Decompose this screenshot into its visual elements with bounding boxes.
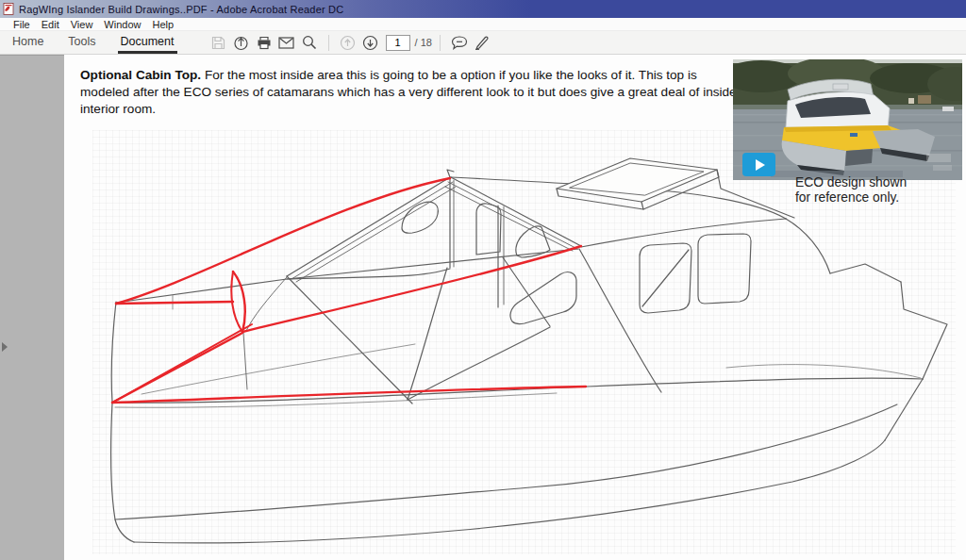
draw-button[interactable] — [471, 33, 493, 53]
toolbar-divider — [440, 35, 441, 51]
photo-caption-line2: for reference only. — [795, 190, 907, 206]
page-paragraph: Optional Cabin Top. For the most inside … — [80, 67, 739, 118]
menubar: File Edit View Window Help — [0, 18, 966, 31]
page-number-input[interactable] — [386, 35, 410, 51]
save-button[interactable] — [208, 33, 230, 53]
pdf-app-icon — [3, 3, 14, 15]
tab-tools[interactable]: Tools — [65, 31, 98, 54]
email-button[interactable] — [275, 33, 298, 53]
acrobat-reader-window: RagWIng Islander Build Drawings..PDF - A… — [0, 0, 966, 560]
page-down-icon — [362, 35, 378, 51]
eco-video-thumbnail — [733, 59, 962, 180]
email-icon — [278, 37, 294, 49]
expand-pane-arrow-icon[interactable] — [2, 342, 8, 352]
titlebar: RagWIng Islander Build Drawings..PDF - A… — [0, 0, 966, 18]
menu-help[interactable]: Help — [146, 19, 179, 30]
search-button[interactable] — [298, 33, 321, 53]
pdf-page: Optional Cabin Top. For the most inside … — [64, 55, 966, 560]
boat-sketch-pencil-lines — [110, 158, 947, 543]
photo-caption-line1: ECO design shown — [795, 175, 907, 190]
page-total-label: / 18 — [415, 37, 432, 48]
menu-view[interactable]: View — [65, 19, 99, 30]
print-icon — [257, 36, 272, 50]
page-up-icon — [340, 35, 356, 51]
play-button[interactable] — [742, 153, 775, 176]
search-icon — [302, 35, 317, 50]
share-button[interactable] — [230, 33, 253, 53]
next-page-button[interactable] — [359, 33, 382, 53]
photo-caption: ECO design shown for reference only. — [795, 175, 907, 206]
comment-button[interactable] — [448, 33, 471, 53]
comment-icon — [451, 36, 468, 50]
print-button[interactable] — [253, 33, 275, 53]
tab-document[interactable]: Document — [118, 31, 177, 54]
toolbar-buttons: / 18 — [208, 31, 493, 54]
share-upload-icon — [233, 35, 249, 51]
menu-window[interactable]: Window — [98, 19, 146, 30]
tab-home[interactable]: Home — [9, 31, 46, 54]
toolbar: Home Tools Document — [0, 31, 966, 55]
cabin-red-overlay — [112, 178, 586, 403]
paragraph-heading: Optional Cabin Top. — [80, 68, 201, 82]
play-icon — [756, 159, 765, 171]
toolbar-tabs: Home Tools Document — [9, 31, 196, 54]
document-pane: Optional Cabin Top. For the most inside … — [0, 55, 966, 560]
toolbar-divider — [328, 35, 329, 51]
menu-edit[interactable]: Edit — [36, 19, 65, 30]
window-title: RagWIng Islander Build Drawings..PDF - A… — [19, 4, 343, 15]
save-icon — [211, 36, 225, 50]
menu-file[interactable]: File — [8, 19, 36, 30]
previous-page-button[interactable] — [337, 33, 359, 53]
navigation-pane-collapsed — [0, 55, 64, 560]
draw-icon — [474, 35, 490, 50]
